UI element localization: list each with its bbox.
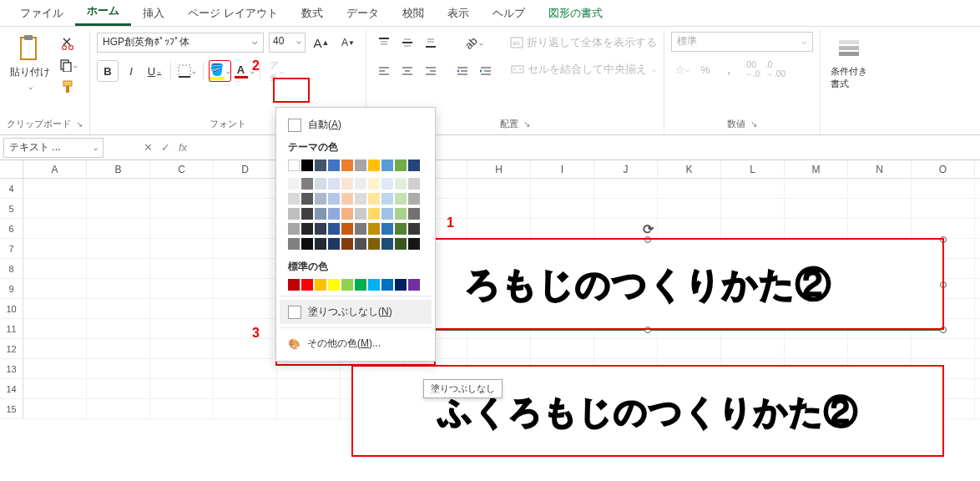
color-swatch[interactable]	[315, 238, 326, 250]
select-all-corner[interactable]	[0, 160, 23, 178]
color-swatch[interactable]	[408, 223, 420, 235]
col-header[interactable]: O	[912, 160, 975, 178]
row-header[interactable]: 10	[0, 299, 23, 319]
increase-decimal-button[interactable]: .00→.0	[741, 58, 763, 80]
row-header[interactable]: 7	[0, 239, 23, 259]
number-launcher[interactable]: ↘	[750, 119, 757, 129]
align-center-button[interactable]	[397, 60, 418, 82]
color-swatch[interactable]	[381, 238, 393, 250]
font-name-select[interactable]: HGP創英角ﾎﾟｯﾌﾟ体	[97, 33, 264, 53]
name-box[interactable]: テキスト ...⌵	[3, 138, 104, 158]
increase-font-button[interactable]: A▲	[311, 32, 332, 53]
color-swatch[interactable]	[395, 208, 407, 220]
color-swatch[interactable]	[288, 193, 300, 205]
tab-shape-format[interactable]: 図形の書式	[537, 1, 614, 26]
color-swatch[interactable]	[368, 159, 380, 171]
rotate-handle-icon[interactable]: ⟳	[643, 221, 654, 237]
color-swatch[interactable]	[381, 208, 393, 220]
col-header[interactable]: B	[87, 160, 150, 178]
color-swatch[interactable]	[381, 193, 393, 205]
row-header[interactable]: 11	[0, 319, 23, 339]
copy-button[interactable]: ⌵	[58, 57, 78, 73]
color-swatch[interactable]	[315, 279, 326, 291]
alignment-launcher[interactable]: ↘	[523, 119, 530, 129]
align-right-button[interactable]	[420, 60, 442, 82]
tab-formulas[interactable]: 数式	[290, 1, 335, 26]
col-header[interactable]: K	[658, 160, 721, 178]
color-swatch[interactable]	[368, 279, 380, 291]
accounting-button[interactable]: ☆⌵	[671, 58, 693, 80]
tab-page-layout[interactable]: ページ レイアウト	[176, 1, 290, 26]
color-swatch[interactable]	[408, 279, 420, 291]
col-header[interactable]: A	[23, 160, 87, 178]
decrease-font-button[interactable]: A▼	[337, 32, 359, 53]
color-swatch[interactable]	[368, 178, 380, 190]
color-swatch[interactable]	[328, 193, 340, 205]
color-swatch[interactable]	[328, 178, 340, 190]
fx-button[interactable]: fx	[177, 139, 189, 155]
color-swatch[interactable]	[288, 159, 300, 171]
col-header[interactable]: C	[150, 160, 214, 178]
auto-color-item[interactable]: 自動(A)	[280, 113, 432, 137]
color-swatch[interactable]	[368, 238, 380, 250]
color-swatch[interactable]	[288, 279, 300, 291]
color-swatch[interactable]	[288, 238, 300, 250]
wrap-text-button[interactable]: ab折り返して全体を表示する	[510, 32, 657, 53]
color-swatch[interactable]	[328, 223, 340, 235]
color-swatch[interactable]	[408, 178, 420, 190]
color-swatch[interactable]	[301, 193, 313, 205]
row-header[interactable]: 15	[0, 399, 23, 419]
row-header[interactable]: 4	[0, 179, 23, 199]
color-swatch[interactable]	[355, 238, 366, 250]
orientation-button[interactable]: ab⌵	[452, 32, 497, 53]
color-swatch[interactable]	[341, 279, 353, 291]
textbox-selected[interactable]: ⟳ ろもじのつくりかた②	[351, 239, 944, 331]
increase-indent-button[interactable]	[475, 60, 497, 82]
conditional-formatting-button[interactable]: 条件付き 書式	[827, 32, 871, 94]
color-swatch[interactable]	[301, 159, 313, 171]
color-swatch[interactable]	[288, 223, 300, 235]
color-swatch[interactable]	[301, 279, 313, 291]
phonetic-button[interactable]: ア亜⌵	[265, 60, 287, 82]
percent-button[interactable]: %	[695, 58, 716, 80]
color-swatch[interactable]	[301, 223, 313, 235]
row-header[interactable]: 13	[0, 359, 23, 379]
no-fill-item[interactable]: 塗りつぶしなし(N)	[280, 300, 432, 324]
color-swatch[interactable]	[341, 223, 353, 235]
align-middle-button[interactable]	[397, 32, 418, 53]
color-swatch[interactable]	[408, 238, 420, 250]
align-top-button[interactable]	[373, 32, 395, 53]
tab-file[interactable]: ファイル	[8, 1, 75, 26]
color-swatch[interactable]	[355, 178, 366, 190]
color-swatch[interactable]	[328, 279, 340, 291]
underline-button[interactable]: U⌵	[144, 60, 165, 82]
tab-insert[interactable]: 挿入	[131, 1, 176, 26]
tab-review[interactable]: 校閲	[391, 1, 436, 26]
border-button[interactable]: ⌵	[176, 60, 198, 82]
color-swatch[interactable]	[355, 193, 366, 205]
resize-handle[interactable]	[644, 236, 651, 243]
color-swatch[interactable]	[395, 223, 407, 235]
color-swatch[interactable]	[315, 223, 326, 235]
row-header[interactable]: 9	[0, 279, 23, 299]
color-swatch[interactable]	[381, 159, 393, 171]
bold-button[interactable]: B	[97, 60, 119, 82]
tab-help[interactable]: ヘルプ	[481, 1, 537, 26]
align-left-button[interactable]	[373, 60, 395, 82]
format-painter-button[interactable]	[58, 78, 78, 95]
resize-handle[interactable]	[644, 327, 651, 333]
number-format-select[interactable]: 標準	[671, 32, 813, 52]
color-swatch[interactable]	[395, 279, 407, 291]
color-swatch[interactable]	[381, 178, 393, 190]
color-swatch[interactable]	[341, 159, 353, 171]
color-swatch[interactable]	[408, 193, 420, 205]
merge-center-button[interactable]: セルを結合して中央揃え⌵	[510, 58, 657, 80]
cancel-formula-button[interactable]: ✕	[142, 139, 154, 155]
paste-button[interactable]: 貼り付け ⌵	[7, 32, 53, 94]
col-header[interactable]: I	[531, 160, 594, 178]
row-header[interactable]: 6	[0, 219, 23, 239]
row-header[interactable]: 5	[0, 199, 23, 219]
color-swatch[interactable]	[301, 238, 313, 250]
color-swatch[interactable]	[408, 159, 420, 171]
color-swatch[interactable]	[355, 223, 366, 235]
